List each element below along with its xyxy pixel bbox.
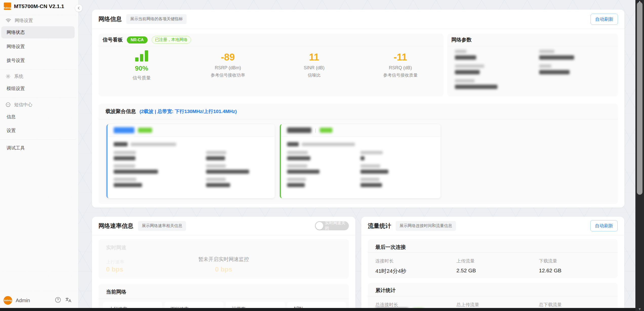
- sidebar-item-label: 设置: [7, 127, 16, 134]
- gear-icon: [6, 74, 11, 79]
- rsrp-desc: 参考信号接收功率: [211, 72, 245, 78]
- stat-label: 上传流量: [456, 258, 539, 264]
- sidebar-item-module-settings[interactable]: 模组设置: [1, 83, 75, 94]
- redacted-label: [287, 142, 299, 146]
- rsrp-name: RSRP (dBm): [215, 65, 241, 71]
- rsrp-value: -89: [221, 52, 235, 63]
- redacted-value: [114, 170, 158, 174]
- stat-label: 总连接时长: [375, 302, 456, 308]
- redacted-label: [114, 142, 128, 146]
- divider: [0, 98, 76, 98]
- rsrq-name: RSRQ (dB): [389, 65, 412, 71]
- language-icon[interactable]: [65, 297, 72, 304]
- divider: [368, 252, 618, 253]
- user-row: Balong Admin: [0, 295, 78, 306]
- carrier-2-header: |: [281, 124, 440, 137]
- help-icon[interactable]: [55, 297, 61, 304]
- traffic-stats-subtitle: 展示网络连接时间和流量信息: [396, 221, 456, 231]
- current-network-title: 当前网络: [106, 288, 126, 295]
- redacted-value: [539, 55, 574, 60]
- redacted-value: [206, 170, 249, 174]
- sidebar-collapse-button[interactable]: [75, 5, 82, 12]
- network-params-title: 网络参数: [451, 36, 472, 43]
- redacted-carrier-name: [287, 127, 311, 133]
- stat-upload-traffic: 上传流量 2.52 GB: [456, 258, 539, 275]
- network-speed-title: 网络速率信息: [98, 222, 133, 230]
- redacted-label: [455, 79, 475, 82]
- network-info-header: 网络信息 展示当前网络的各项关键指标 自动刷新: [92, 10, 625, 29]
- sidebar-item-messages[interactable]: 信息: [1, 111, 75, 122]
- sidebar-item-dial-settings[interactable]: 拨号设置: [1, 55, 75, 66]
- sidebar-item-label: 网络设置: [7, 43, 25, 50]
- network-params-header: 网络参数: [447, 34, 618, 46]
- network-speed-panel: 网络速率信息 展示网络速率相关信息 实时网速关闭 实时网速 上行速率 0 bps…: [92, 217, 355, 311]
- app-logo-row: Balong MT5700M-CN V2.1.1: [4, 3, 64, 10]
- total-stats-title: 累计统计: [375, 287, 396, 294]
- redacted-label: [114, 178, 136, 181]
- redacted-label: [206, 178, 226, 181]
- signal-quality-value: 90%: [135, 64, 148, 72]
- stat-label: 连接时长: [375, 258, 456, 264]
- redacted-value: [287, 183, 305, 187]
- redacted-value: [131, 143, 176, 146]
- stat-value: 41时24分4秒: [375, 268, 456, 275]
- carrier-1-card: [106, 124, 275, 198]
- page-title: 网络信息: [98, 15, 122, 23]
- app-title: MT5700M-CN V2.1.1: [14, 3, 64, 9]
- realtime-speed-toggle[interactable]: 实时网速关闭: [315, 221, 349, 230]
- redacted-value: [206, 183, 230, 187]
- sinr-desc: 信噪比: [308, 72, 320, 78]
- redacted-value: [287, 156, 310, 160]
- sinr-name: SINR (dB): [304, 65, 325, 71]
- signal-board-header: 信号看板 NR-CA 已注册，本地网络: [98, 34, 444, 46]
- redacted-value: [360, 170, 388, 174]
- divider: [0, 15, 76, 15]
- last-connection-card: 最后一次连接 连接时长 41时24分4秒 上传流量 2.52 GB 下载流量 1…: [368, 239, 618, 278]
- realtime-speed-card-title: 实时网速: [106, 244, 126, 251]
- toggle-knob: [316, 222, 323, 230]
- carrier-1-body: [108, 137, 275, 187]
- wifi-icon: [6, 18, 11, 23]
- scrollbar-down-arrow[interactable]: ▼: [637, 307, 642, 311]
- signal-bars-icon: [135, 50, 148, 61]
- traffic-auto-refresh-button[interactable]: 自动刷新: [590, 220, 618, 231]
- network-info-panel: 网络信息 展示当前网络的各项关键指标 自动刷新 信号看板 NR-CA 已注册，本…: [92, 10, 625, 208]
- divider: [0, 139, 76, 140]
- redacted-value: [114, 183, 142, 187]
- last-connection-stats: 连接时长 41时24分4秒 上传流量 2.52 GB 下载流量 12.62 GB: [375, 258, 613, 275]
- sidebar-item-network-status[interactable]: 网络状态: [1, 26, 75, 38]
- total-stats-card: 累计统计 总连接时长 总上传流量 总下载流量: [368, 283, 618, 311]
- redacted-carrier-name: [114, 127, 134, 133]
- redacted-label: [206, 164, 226, 168]
- carrier-aggregation-summary: (2载波 | 总带宽: 下行130MHz/上行101.4MHz): [139, 108, 237, 115]
- signal-board-card: 信号看板 NR-CA 已注册，本地网络 90% 信号质量 -89 RSRP (d…: [98, 34, 444, 96]
- sidebar-item-network-settings[interactable]: 网络设置: [1, 41, 75, 52]
- auto-refresh-button[interactable]: 自动刷新: [591, 14, 618, 25]
- redacted-value: [455, 85, 497, 89]
- scrollbar-thumb[interactable]: [637, 2, 642, 195]
- rsrp-column: -89 RSRP (dBm) 参考信号接收功率: [185, 46, 271, 96]
- network-speed-header: 网络速率信息 展示网络速率相关信息 实时网速关闭: [92, 217, 355, 235]
- sidebar-item-label: 调试工具: [7, 145, 25, 151]
- nav-group-sms: 短信中心: [6, 102, 32, 108]
- balong-avatar: Balong: [4, 296, 12, 305]
- params-col-2: [539, 50, 574, 79]
- sidebar-item-label: 拨号设置: [7, 57, 25, 63]
- sidebar-item-sms-settings[interactable]: 设置: [1, 125, 75, 136]
- signal-metrics-row: 90% 信号质量 -89 RSRP (dBm) 参考信号接收功率 11 SINR…: [98, 46, 444, 96]
- redacted-value: [539, 70, 570, 74]
- carrier-aggregation-header: 载波聚合信息 (2载波 | 总带宽: 下行130MHz/上行101.4MHz): [98, 104, 618, 119]
- window-bottom-bar: [0, 308, 644, 311]
- scrollbar-track[interactable]: ▲ ▼: [635, 0, 644, 311]
- redacted-label: [114, 164, 135, 168]
- sidebar-item-debug-tools[interactable]: 调试工具: [1, 142, 75, 153]
- redacted-label: [360, 164, 380, 168]
- rsrq-desc: 参考信号接收质量: [383, 72, 418, 78]
- redacted-label: [287, 178, 306, 181]
- toggle-label: 实时网速关闭: [325, 220, 349, 231]
- redacted-label: [114, 151, 136, 154]
- redacted-value: [114, 156, 135, 160]
- network-mode-badge: NR-CA: [127, 36, 148, 43]
- divider: [0, 69, 76, 70]
- sidebar-item-label: 网络状态: [7, 29, 25, 35]
